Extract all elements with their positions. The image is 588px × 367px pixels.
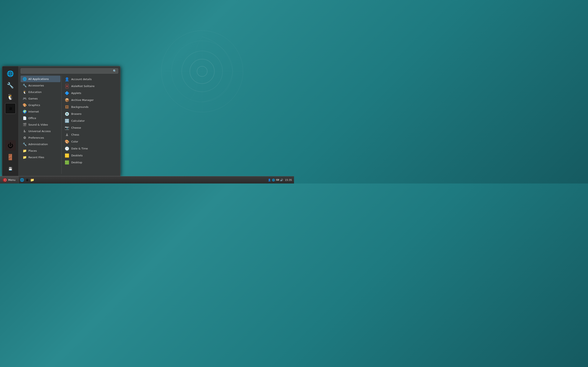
sidebar-penguin-icon[interactable]: 🐧 (5, 92, 16, 102)
menu-button-label: Menu (8, 178, 16, 182)
administration-icon: 🔧 (23, 142, 27, 146)
app-menu: 🌐 🔧 🐧 🖥 ⏻ 🚪 💾 🔍 🌐 All Applications 🔧 (2, 66, 121, 176)
menu-columns: 🌐 All Applications 🔧 Accessories 🐧 Educa… (21, 76, 118, 174)
category-preferences[interactable]: ⚙ Preferences (21, 134, 61, 141)
taskbar-volume-icon[interactable]: 🔊 (280, 179, 283, 182)
accessories-icon: 🔧 (23, 83, 27, 87)
app-archive-manager-label: Archive Manager (71, 99, 94, 101)
app-backgrounds-label: Backgrounds (71, 105, 88, 108)
graphics-icon: 🎨 (23, 103, 27, 107)
app-calculator-label: Calculator (71, 119, 85, 122)
brasero-icon: 💿 (65, 111, 69, 116)
category-preferences-label: Preferences (28, 136, 44, 139)
app-color[interactable]: 🎨 Color (63, 138, 118, 145)
apps-column: 👤 Account details 🃏 AisleRiot Solitaire … (61, 76, 118, 174)
app-archive-manager[interactable]: 📦 Archive Manager (63, 96, 118, 103)
games-icon: 🎮 (23, 96, 27, 100)
app-desklets[interactable]: 🟨 Desklets (63, 152, 118, 159)
category-recent-files-label: Recent Files (28, 156, 44, 159)
app-applets[interactable]: 🔷 Applets (63, 90, 118, 96)
app-calculator[interactable]: 🔢 Calculator (63, 117, 118, 124)
taskbar-quick-launch: 🌐 🖥 📁 (18, 178, 36, 182)
category-sound-video-label: Sound & Video (28, 123, 48, 126)
sidebar-web-icon[interactable]: 🌐 (5, 68, 16, 79)
taskbar-network-icon[interactable]: 🌐 (272, 179, 275, 182)
universal-access-icon: ♿ (23, 129, 27, 133)
app-cheese-label: Cheese (71, 126, 81, 129)
app-brasero[interactable]: 💿 Brasero (63, 110, 118, 117)
app-account-details[interactable]: 👤 Account details (63, 76, 118, 83)
taskbar-web-icon[interactable]: 🌐 (20, 178, 24, 182)
category-all-applications[interactable]: 🌐 All Applications (21, 76, 61, 82)
date-time-icon: 🕐 (65, 146, 69, 151)
sidebar-chip-icon[interactable]: 💾 (5, 163, 16, 174)
taskbar-user-icon[interactable]: 👤 (268, 179, 271, 182)
search-input[interactable] (22, 69, 113, 73)
sound-video-icon: 🎬 (23, 123, 27, 127)
category-administration-label: Administration (28, 143, 48, 146)
backgrounds-icon: 🖼 (65, 105, 69, 109)
all-applications-icon: 🌐 (23, 77, 27, 81)
office-icon: 📄 (23, 116, 27, 120)
taskbar-right-area: 👤 🌐 ⌨ 🔊 15:35 (266, 179, 294, 182)
education-icon: 🐧 (23, 90, 27, 94)
categories-column: 🌐 All Applications 🔧 Accessories 🐧 Educa… (21, 76, 61, 174)
category-all-label: All Applications (28, 77, 49, 81)
category-graphics-label: Graphics (28, 104, 40, 107)
category-education[interactable]: 🐧 Education (21, 89, 61, 95)
category-places-label: Places (28, 149, 37, 152)
category-places[interactable]: 📁 Places (21, 147, 61, 154)
app-account-details-label: Account details (71, 78, 92, 81)
desklets-icon: 🟨 (65, 153, 69, 158)
sidebar-tools-icon[interactable]: 🔧 (5, 80, 16, 91)
category-accessories[interactable]: 🔧 Accessories (21, 82, 61, 89)
app-desktop-label: Desktop (71, 161, 82, 164)
sidebar-terminal-icon[interactable]: 🖥 (5, 103, 16, 114)
recent-files-icon: 📁 (23, 155, 27, 159)
places-icon: 📁 (23, 149, 27, 153)
menu-sidebar: 🌐 🔧 🐧 🖥 ⏻ 🚪 💾 (2, 66, 18, 176)
category-games-label: Games (28, 97, 38, 100)
category-internet-label: Internet (28, 110, 39, 113)
menu-logo-icon (3, 178, 7, 182)
account-details-icon: 👤 (65, 77, 69, 81)
category-universal-access[interactable]: ♿ Universal Access (21, 128, 61, 134)
calculator-icon: 🔢 (65, 118, 69, 123)
chess-icon: ♟ (65, 132, 69, 137)
color-icon: 🎨 (65, 139, 69, 144)
app-backgrounds[interactable]: 🖼 Backgrounds (63, 103, 118, 110)
internet-icon: 🌍 (23, 109, 27, 114)
preferences-icon: ⚙ (23, 136, 27, 140)
category-graphics[interactable]: 🎨 Graphics (21, 102, 61, 108)
category-education-label: Education (28, 91, 42, 94)
app-color-label: Color (71, 140, 78, 143)
category-accessories-label: Accessories (28, 84, 44, 87)
sidebar-exit-icon[interactable]: 🚪 (5, 152, 16, 162)
app-applets-label: Applets (71, 92, 81, 95)
menu-button[interactable]: Menu (0, 176, 18, 184)
category-sound-video[interactable]: 🎬 Sound & Video (21, 121, 61, 128)
category-office[interactable]: 📄 Office (21, 115, 61, 121)
category-administration[interactable]: 🔧 Administration (21, 141, 61, 147)
taskbar-time: 15:35 (285, 179, 292, 182)
category-recent-files[interactable]: 📁 Recent Files (21, 154, 61, 160)
app-aisleriot[interactable]: 🃏 AisleRiot Solitaire (63, 83, 118, 90)
search-icon[interactable]: 🔍 (113, 69, 116, 73)
taskbar-keyboard-icon: ⌨ (276, 179, 279, 181)
taskbar-folder-icon[interactable]: 📁 (30, 178, 35, 182)
app-date-time[interactable]: 🕐 Date & Time (63, 145, 118, 152)
taskbar-files-icon[interactable]: 🖥 (25, 178, 29, 182)
cheese-icon: 📷 (65, 125, 69, 130)
app-chess[interactable]: ♟ Chess (63, 131, 118, 138)
sidebar-power-icon[interactable]: ⏻ (5, 140, 16, 151)
category-office-label: Office (28, 117, 36, 120)
aisleriot-icon: 🃏 (65, 84, 69, 88)
taskbar-system-icons: 👤 🌐 ⌨ 🔊 (268, 179, 283, 182)
app-chess-label: Chess (71, 133, 79, 136)
app-cheese[interactable]: 📷 Cheese (63, 124, 118, 131)
app-date-time-label: Date & Time (71, 147, 88, 150)
app-desktop[interactable]: 🟩 Desktop (63, 159, 118, 166)
applets-icon: 🔷 (65, 91, 69, 95)
category-games[interactable]: 🎮 Games (21, 95, 61, 102)
category-internet[interactable]: 🌍 Internet (21, 108, 61, 115)
